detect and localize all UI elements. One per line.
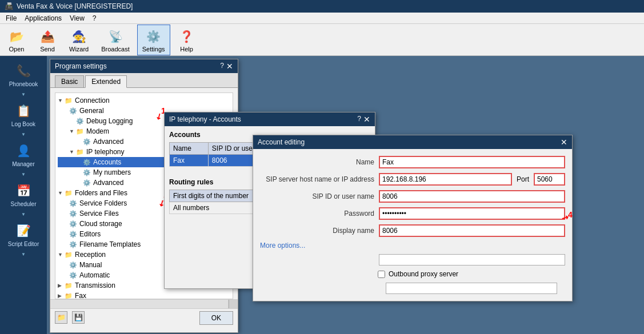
tree-fax[interactable]: ▶ 📁 Fax — [58, 291, 230, 299]
main-area: 📞 Phonebook ▼ 📋 Log Book ▼ 👤 Manager ▼ 📅… — [0, 56, 644, 334]
program-settings-title: Program settings ? ✕ — [50, 59, 238, 73]
password-label: Password — [260, 210, 374, 218]
sip-server-row: SIP server host name or IP address Port — [253, 171, 572, 188]
toolbar-send[interactable]: 📤 Send — [33, 25, 62, 55]
extra-input-1[interactable] — [379, 254, 565, 265]
program-settings-help-btn[interactable]: ? — [220, 62, 224, 71]
menu-bar: File Applications View ? — [0, 13, 644, 24]
toolbar-wizard[interactable]: 🧙 Wizard — [64, 25, 94, 55]
h-scrollbar[interactable] — [50, 300, 229, 308]
password-row: Password — [253, 205, 572, 222]
send-label: Send — [40, 46, 55, 53]
account-editing-close-btn[interactable]: ✕ — [561, 138, 567, 147]
program-settings-close-btn[interactable]: ✕ — [226, 62, 233, 71]
sidebar-item-manager[interactable]: 👤 Manager — [2, 138, 45, 171]
sip-id-label: SIP ID or user name — [260, 192, 374, 200]
menu-applications[interactable]: Applications — [21, 13, 65, 23]
scroll-corner — [229, 300, 238, 308]
name-row: Name — [253, 154, 572, 171]
account-editing-dialog: Account editing ✕ Name SIP server host n… — [253, 135, 573, 301]
password-input[interactable] — [379, 207, 565, 220]
open-icon: 📂 — [7, 27, 26, 46]
manager-icon: 👤 — [14, 142, 33, 160]
sidebar-chevron-3: ▼ — [21, 172, 26, 177]
name-input[interactable] — [379, 156, 565, 168]
sidebar: 📞 Phonebook ▼ 📋 Log Book ▼ 👤 Manager ▼ 📅… — [0, 56, 47, 334]
help-icon: ❓ — [178, 27, 196, 46]
display-name-label: Display name — [260, 227, 374, 235]
blank-row-1 — [253, 252, 572, 268]
display-name-input[interactable] — [379, 224, 565, 237]
toolbar-settings[interactable]: ⚙️ Settings — [137, 25, 170, 55]
sidebar-item-logbook[interactable]: 📋 Log Book — [2, 98, 45, 131]
ok-button[interactable]: OK — [199, 311, 233, 325]
help-label: Help — [180, 46, 193, 53]
app-title: Venta Fax & Voice [UNREGISTERED] — [17, 2, 133, 10]
broadcast-label: Broadcast — [101, 46, 130, 53]
open-label: Open — [9, 46, 25, 53]
port-input[interactable] — [534, 173, 565, 186]
more-options-link[interactable]: More options... — [260, 242, 305, 250]
program-settings-tabs: Basic Extended — [50, 73, 238, 88]
display-name-row: Display name — [253, 222, 572, 239]
save-icon-btn[interactable]: 💾 — [72, 311, 85, 324]
proxy-input-row — [253, 280, 572, 295]
wizard-icon: 🧙 — [70, 27, 88, 46]
sidebar-item-scheduler[interactable]: 📅 Scheduler — [2, 178, 45, 211]
more-options-row: More options... — [253, 239, 572, 252]
content-area: Program settings ? ✕ Basic Extended ▼ 📁 … — [47, 56, 644, 334]
tab-extended[interactable]: Extended — [85, 75, 127, 88]
toolbar-broadcast[interactable]: 📡 Broadcast — [96, 25, 135, 55]
port-label: Port — [517, 175, 529, 183]
sidebar-chevron-5: ▼ — [21, 252, 26, 257]
toolbar-open[interactable]: 📂 Open — [2, 25, 31, 55]
sip-server-label: SIP server host name or IP address — [260, 175, 374, 183]
menu-help[interactable]: ? — [89, 13, 100, 23]
col-name: Name — [170, 143, 209, 155]
sidebar-item-phonebook[interactable]: 📞 Phonebook — [2, 58, 45, 91]
sip-id-row: SIP ID or user name — [253, 188, 572, 205]
ip-telephony-help-btn[interactable]: ? — [357, 115, 361, 124]
title-bar: 📠 Venta Fax & Voice [UNREGISTERED] — [0, 0, 644, 13]
sidebar-manager-label: Manager — [12, 161, 34, 167]
tab-basic[interactable]: Basic — [55, 75, 84, 87]
account-editing-content: Name SIP server host name or IP address … — [253, 149, 572, 295]
send-icon: 📤 — [38, 27, 57, 46]
scheduler-icon: 📅 — [14, 182, 33, 200]
proxy-label: Outbound proxy server — [389, 270, 458, 278]
broadcast-icon: 📡 — [106, 27, 125, 46]
sidebar-chevron-4: ▼ — [21, 212, 26, 217]
sidebar-item-scripteditor[interactable]: 📝 Script Editor — [2, 218, 45, 251]
toolbar: 📂 Open 📤 Send 🧙 Wizard 📡 Broadcast ⚙️ Se… — [0, 24, 644, 56]
proxy-row: Outbound proxy server — [253, 268, 572, 280]
menu-view[interactable]: View — [66, 13, 88, 23]
toolbar-help[interactable]: ❓ Help — [173, 25, 201, 55]
sidebar-scripteditor-label: Script Editor — [8, 241, 39, 247]
sip-server-input[interactable] — [379, 173, 512, 186]
sidebar-scheduler-label: Scheduler — [10, 201, 36, 207]
settings-label: Settings — [142, 46, 165, 53]
logbook-icon: 📋 — [14, 102, 33, 120]
sip-id-input[interactable] — [379, 190, 565, 203]
app-icon: 📠 — [5, 2, 13, 10]
menu-file[interactable]: File — [2, 13, 20, 23]
account-name: Fax — [170, 155, 209, 167]
phonebook-icon: 📞 — [14, 62, 33, 80]
tree-connection[interactable]: ▼ 📁 Connection — [58, 95, 230, 106]
settings-icon: ⚙️ — [145, 27, 163, 46]
scripteditor-icon: 📝 — [14, 222, 33, 240]
wizard-label: Wizard — [69, 46, 89, 53]
sidebar-logbook-label: Log Book — [11, 121, 35, 127]
sidebar-chevron-2: ▼ — [21, 132, 26, 137]
account-editing-title: Account editing ✕ — [253, 135, 572, 149]
settings-bottom: 📁 💾 OK — [50, 308, 238, 327]
folder-icon-btn[interactable]: 📁 — [55, 311, 67, 324]
ip-telephony-close-btn[interactable]: ✕ — [363, 115, 370, 124]
name-label: Name — [260, 158, 374, 166]
proxy-input[interactable] — [386, 283, 557, 294]
sidebar-phonebook-label: Phonebook — [9, 81, 38, 87]
ip-telephony-title: IP telephony - Accounts ? ✕ — [165, 112, 375, 126]
sidebar-chevron-1: ▼ — [21, 92, 26, 97]
proxy-checkbox[interactable] — [378, 271, 385, 278]
